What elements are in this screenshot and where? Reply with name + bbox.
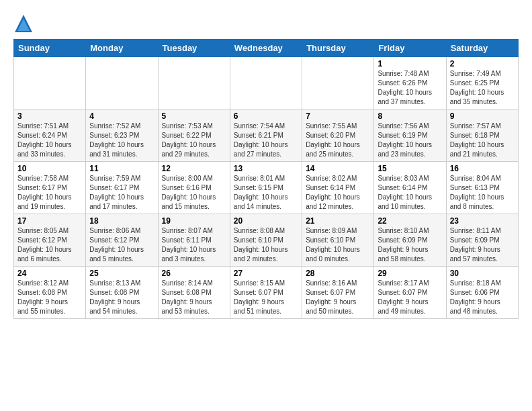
calendar-day-cell: 15Sunrise: 8:03 AM Sunset: 6:14 PM Dayli…: [374, 162, 446, 214]
day-number: 25: [89, 269, 154, 278]
calendar-week-row: 1Sunrise: 7:48 AM Sunset: 6:26 PM Daylig…: [14, 57, 519, 109]
day-number: 3: [17, 111, 82, 121]
calendar-day-cell: [302, 57, 374, 109]
calendar-day-cell: 13Sunrise: 8:01 AM Sunset: 6:15 PM Dayli…: [230, 162, 302, 214]
day-number: 14: [306, 164, 370, 173]
calendar-day-cell: 11Sunrise: 7:59 AM Sunset: 6:17 PM Dayli…: [86, 162, 158, 214]
day-number: 13: [234, 164, 298, 173]
day-number: 7: [306, 111, 370, 121]
day-number: 2: [450, 59, 515, 68]
day-number: 10: [17, 164, 82, 173]
day-number: 22: [378, 216, 442, 226]
day-detail: Sunrise: 7:59 AM Sunset: 6:17 PM Dayligh…: [89, 174, 154, 212]
day-detail: Sunrise: 8:03 AM Sunset: 6:14 PM Dayligh…: [378, 174, 442, 212]
day-detail: Sunrise: 7:56 AM Sunset: 6:19 PM Dayligh…: [378, 122, 442, 159]
calendar-day-cell: 21Sunrise: 8:09 AM Sunset: 6:10 PM Dayli…: [302, 214, 374, 267]
calendar-day-cell: 19Sunrise: 8:07 AM Sunset: 6:11 PM Dayli…: [158, 214, 230, 267]
calendar-day-cell: 2Sunrise: 7:49 AM Sunset: 6:25 PM Daylig…: [446, 57, 518, 109]
day-detail: Sunrise: 8:06 AM Sunset: 6:12 PM Dayligh…: [89, 226, 154, 264]
calendar-day-cell: 25Sunrise: 8:13 AM Sunset: 6:08 PM Dayli…: [86, 267, 158, 319]
day-number: 1: [378, 59, 442, 68]
day-number: 18: [89, 216, 154, 226]
calendar-week-row: 17Sunrise: 8:05 AM Sunset: 6:12 PM Dayli…: [14, 214, 519, 267]
weekday-header-cell: Thursday: [302, 40, 374, 57]
day-detail: Sunrise: 8:04 AM Sunset: 6:13 PM Dayligh…: [450, 174, 515, 212]
calendar-day-cell: [158, 57, 230, 109]
day-number: 29: [378, 269, 442, 278]
day-detail: Sunrise: 8:16 AM Sunset: 6:07 PM Dayligh…: [306, 279, 370, 316]
day-detail: Sunrise: 8:07 AM Sunset: 6:11 PM Dayligh…: [162, 226, 226, 264]
calendar-day-cell: 23Sunrise: 8:11 AM Sunset: 6:09 PM Dayli…: [446, 214, 518, 267]
day-number: 28: [306, 269, 370, 278]
calendar-day-cell: 24Sunrise: 8:12 AM Sunset: 6:08 PM Dayli…: [14, 267, 86, 319]
day-detail: Sunrise: 7:49 AM Sunset: 6:25 PM Dayligh…: [450, 69, 515, 107]
calendar-table: SundayMondayTuesdayWednesdayThursdayFrid…: [13, 39, 519, 319]
calendar-day-cell: 20Sunrise: 8:08 AM Sunset: 6:10 PM Dayli…: [230, 214, 302, 267]
calendar-day-cell: 10Sunrise: 7:58 AM Sunset: 6:17 PM Dayli…: [14, 162, 86, 214]
header-area: [13, 11, 519, 34]
weekday-header-cell: Monday: [86, 40, 158, 57]
day-number: 15: [378, 164, 442, 173]
day-number: 27: [234, 269, 298, 278]
calendar-day-cell: 12Sunrise: 8:00 AM Sunset: 6:16 PM Dayli…: [158, 162, 230, 214]
calendar-day-cell: 1Sunrise: 7:48 AM Sunset: 6:26 PM Daylig…: [374, 57, 446, 109]
day-number: 19: [162, 216, 226, 226]
calendar-day-cell: 29Sunrise: 8:17 AM Sunset: 6:07 PM Dayli…: [374, 267, 446, 319]
day-detail: Sunrise: 8:01 AM Sunset: 6:15 PM Dayligh…: [234, 174, 298, 212]
logo: [13, 13, 36, 34]
day-detail: Sunrise: 7:53 AM Sunset: 6:22 PM Dayligh…: [162, 122, 226, 159]
calendar-day-cell: 6Sunrise: 7:54 AM Sunset: 6:21 PM Daylig…: [230, 109, 302, 162]
weekday-header-cell: Sunday: [14, 40, 86, 57]
calendar-day-cell: [230, 57, 302, 109]
day-number: 24: [17, 269, 82, 278]
calendar-day-cell: 17Sunrise: 8:05 AM Sunset: 6:12 PM Dayli…: [14, 214, 86, 267]
day-detail: Sunrise: 8:00 AM Sunset: 6:16 PM Dayligh…: [162, 174, 226, 212]
calendar-day-cell: 14Sunrise: 8:02 AM Sunset: 6:14 PM Dayli…: [302, 162, 374, 214]
day-number: 17: [17, 216, 82, 226]
day-detail: Sunrise: 8:02 AM Sunset: 6:14 PM Dayligh…: [306, 174, 370, 212]
day-detail: Sunrise: 8:18 AM Sunset: 6:06 PM Dayligh…: [450, 279, 515, 316]
day-detail: Sunrise: 7:57 AM Sunset: 6:18 PM Dayligh…: [450, 122, 515, 159]
day-number: 11: [89, 164, 154, 173]
calendar-day-cell: 3Sunrise: 7:51 AM Sunset: 6:24 PM Daylig…: [14, 109, 86, 162]
calendar-body: 1Sunrise: 7:48 AM Sunset: 6:26 PM Daylig…: [14, 57, 519, 319]
day-number: 21: [306, 216, 370, 226]
day-detail: Sunrise: 8:15 AM Sunset: 6:07 PM Dayligh…: [234, 279, 298, 316]
calendar-day-cell: 5Sunrise: 7:53 AM Sunset: 6:22 PM Daylig…: [158, 109, 230, 162]
day-detail: Sunrise: 7:54 AM Sunset: 6:21 PM Dayligh…: [234, 122, 298, 159]
page-container: SundayMondayTuesdayWednesdayThursdayFrid…: [0, 0, 532, 326]
calendar-week-row: 3Sunrise: 7:51 AM Sunset: 6:24 PM Daylig…: [14, 109, 519, 162]
day-number: 26: [162, 269, 226, 278]
day-number: 4: [89, 111, 154, 121]
calendar-week-row: 10Sunrise: 7:58 AM Sunset: 6:17 PM Dayli…: [14, 162, 519, 214]
weekday-header-cell: Saturday: [446, 40, 518, 57]
calendar-day-cell: 18Sunrise: 8:06 AM Sunset: 6:12 PM Dayli…: [86, 214, 158, 267]
calendar-day-cell: [86, 57, 158, 109]
day-number: 30: [450, 269, 515, 278]
day-detail: Sunrise: 8:17 AM Sunset: 6:07 PM Dayligh…: [378, 279, 442, 316]
day-number: 12: [162, 164, 226, 173]
day-detail: Sunrise: 8:05 AM Sunset: 6:12 PM Dayligh…: [17, 226, 82, 264]
day-detail: Sunrise: 7:55 AM Sunset: 6:20 PM Dayligh…: [306, 122, 370, 159]
weekday-header-cell: Friday: [374, 40, 446, 57]
day-detail: Sunrise: 8:13 AM Sunset: 6:08 PM Dayligh…: [89, 279, 154, 316]
calendar-day-cell: [14, 57, 86, 109]
day-number: 8: [378, 111, 442, 121]
calendar-day-cell: 16Sunrise: 8:04 AM Sunset: 6:13 PM Dayli…: [446, 162, 518, 214]
calendar-day-cell: 28Sunrise: 8:16 AM Sunset: 6:07 PM Dayli…: [302, 267, 374, 319]
day-number: 6: [234, 111, 298, 121]
day-detail: Sunrise: 8:08 AM Sunset: 6:10 PM Dayligh…: [234, 226, 298, 264]
day-detail: Sunrise: 8:14 AM Sunset: 6:08 PM Dayligh…: [162, 279, 226, 316]
weekday-header-cell: Wednesday: [230, 40, 302, 57]
calendar-day-cell: 4Sunrise: 7:52 AM Sunset: 6:23 PM Daylig…: [86, 109, 158, 162]
calendar-day-cell: 27Sunrise: 8:15 AM Sunset: 6:07 PM Dayli…: [230, 267, 302, 319]
day-detail: Sunrise: 7:48 AM Sunset: 6:26 PM Dayligh…: [378, 69, 442, 107]
day-number: 16: [450, 164, 515, 173]
weekday-header-row: SundayMondayTuesdayWednesdayThursdayFrid…: [14, 40, 519, 57]
day-detail: Sunrise: 8:12 AM Sunset: 6:08 PM Dayligh…: [17, 279, 82, 316]
day-detail: Sunrise: 8:10 AM Sunset: 6:09 PM Dayligh…: [378, 226, 442, 264]
day-detail: Sunrise: 8:09 AM Sunset: 6:10 PM Dayligh…: [306, 226, 370, 264]
day-detail: Sunrise: 7:51 AM Sunset: 6:24 PM Dayligh…: [17, 122, 82, 159]
day-number: 9: [450, 111, 515, 121]
calendar-week-row: 24Sunrise: 8:12 AM Sunset: 6:08 PM Dayli…: [14, 267, 519, 319]
